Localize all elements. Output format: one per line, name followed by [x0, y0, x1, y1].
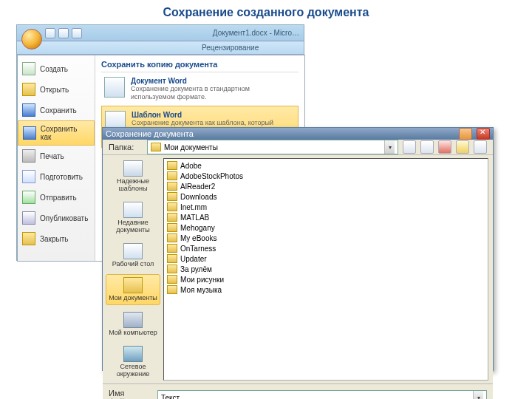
list-item[interactable]: MATLAB [166, 212, 486, 222]
up-icon[interactable] [420, 140, 434, 154]
ic-print-icon [22, 149, 35, 163]
file-name: My eBooks [180, 234, 216, 242]
pf-comp-icon [123, 312, 143, 328]
ic-pub-icon [22, 211, 35, 225]
file-list[interactable]: AdobeAdobeStockPhotosAlReader2DownloadsI… [163, 158, 488, 381]
file-name: Downloads [180, 193, 216, 201]
help-icon[interactable] [459, 128, 472, 140]
file-name: Updater [180, 255, 207, 263]
lookin-combo[interactable]: Мои документы [147, 140, 398, 154]
views-icon[interactable] [474, 140, 487, 154]
place-label: Мои документы [109, 295, 157, 302]
list-item[interactable]: Inet.mm [166, 202, 486, 212]
new-folder-icon[interactable] [456, 140, 469, 154]
filename-input[interactable]: Текст [157, 390, 487, 399]
file-name: OnTarness [180, 245, 216, 253]
ic-new-icon [22, 62, 35, 75]
place-label: Недавние документы [106, 219, 160, 234]
folder-icon [167, 182, 177, 191]
filename-value: Текст [161, 394, 180, 399]
place-3[interactable]: Мои документы [106, 274, 160, 305]
file-name: MATLAB [180, 214, 209, 222]
place-1[interactable]: Недавние документы [106, 200, 160, 236]
list-item[interactable]: Adobe [166, 160, 486, 171]
qat-redo-icon[interactable] [72, 28, 82, 38]
list-item[interactable]: Updater [166, 253, 486, 264]
ic-save-icon [22, 103, 35, 117]
list-item[interactable]: AlReader2 [166, 181, 486, 191]
place-label: Мой компьютер [109, 330, 157, 337]
list-item[interactable]: Моя музыка [166, 284, 486, 295]
list-item[interactable]: OnTarness [166, 243, 486, 253]
ic-saveas-icon [23, 126, 36, 140]
menu-item-label: Сохранить [40, 106, 77, 115]
folder-icon [167, 171, 177, 180]
list-item[interactable]: My eBooks [166, 233, 486, 243]
menu-item-8[interactable]: Закрыть [18, 228, 95, 249]
folder-icon [167, 254, 177, 263]
office-button[interactable] [21, 29, 42, 50]
dialog-titlebar: Сохранение документа [103, 128, 493, 140]
menu-item-7[interactable]: Опубликовать [18, 208, 95, 228]
folder-icon [167, 202, 177, 211]
menu-item-label: Сохранить как [41, 125, 89, 141]
save-option-0[interactable]: Документ WordСохранение документа в стан… [101, 72, 299, 106]
place-label: Сетевое окружение [106, 364, 160, 378]
menu-item-label: Подготовить [40, 173, 83, 181]
file-name: Mеhogany [180, 224, 215, 232]
menu-item-2[interactable]: Сохранить [18, 100, 95, 120]
folder-icon [167, 275, 177, 284]
menu-item-5[interactable]: Подготовить [18, 166, 95, 187]
qat-save-icon[interactable] [45, 28, 55, 38]
dialog-body: Надежные шаблоныНедавние документыРабочи… [103, 154, 493, 384]
menu-item-4[interactable]: Печать [18, 146, 95, 166]
place-0[interactable]: Надежные шаблоны [106, 158, 160, 195]
option-title: Шаблон Word [132, 111, 295, 119]
ribbon-tab[interactable]: Рецензирование [202, 44, 259, 52]
place-5[interactable]: Сетевое окружение [106, 344, 160, 381]
list-item[interactable]: Downloads [166, 191, 486, 202]
panel-title: Сохранить копию документа [101, 60, 299, 72]
option-desc: Сохранение документа в стандартном испол… [131, 85, 296, 101]
pf-recent-icon [123, 202, 143, 218]
ic-prep-icon [22, 170, 35, 183]
menu-item-3[interactable]: Сохранить как [18, 120, 95, 146]
delete-icon[interactable] [438, 140, 451, 154]
folder-icon [151, 143, 161, 151]
pf-tpl-icon [123, 160, 143, 177]
list-item[interactable]: Мои рисунки [166, 274, 486, 284]
menu-item-label: Опубликовать [40, 214, 88, 222]
menu-item-6[interactable]: Отправить [18, 187, 95, 208]
menu-item-0[interactable]: Создать [18, 58, 95, 79]
office-menu-left: СоздатьОткрытьСохранитьСохранить какПеча… [18, 55, 95, 261]
menu-item-label: Открыть [40, 86, 69, 94]
qat-undo-icon[interactable] [58, 28, 69, 38]
file-name: За рулём [180, 265, 212, 273]
place-4[interactable]: Мой компьютер [106, 310, 160, 339]
list-item[interactable]: За рулём [166, 264, 486, 274]
window-title: Документ1.docx - Micro… [213, 29, 299, 37]
file-name: Inet.mm [180, 203, 207, 211]
close-icon[interactable] [477, 128, 490, 140]
chevron-down-icon[interactable] [473, 391, 483, 399]
folder-icon [167, 213, 177, 222]
place-2[interactable]: Рабочий стол [106, 241, 160, 270]
file-name: AdobeStockPhotos [180, 172, 243, 180]
menu-item-label: Создать [40, 65, 68, 73]
back-icon[interactable] [403, 140, 416, 154]
ribbon-tabs: Рецензирование [17, 41, 304, 55]
ic-send-icon [22, 191, 35, 204]
menu-item-1[interactable]: Открыть [18, 79, 95, 100]
menu-item-label: Закрыть [40, 235, 69, 243]
list-item[interactable]: Mеhogany [166, 222, 486, 233]
file-name: AlReader2 [180, 183, 215, 191]
folder-icon [167, 265, 177, 273]
place-label: Надежные шаблоны [106, 178, 160, 193]
titlebar: Документ1.docx - Micro… [17, 25, 304, 41]
place-label: Рабочий стол [112, 261, 154, 268]
list-item[interactable]: AdobeStockPhotos [166, 171, 486, 181]
chevron-down-icon[interactable] [384, 140, 395, 154]
folder-icon [167, 161, 177, 170]
file-name: Моя музыка [180, 286, 222, 294]
menu-item-label: Отправить [40, 194, 77, 202]
